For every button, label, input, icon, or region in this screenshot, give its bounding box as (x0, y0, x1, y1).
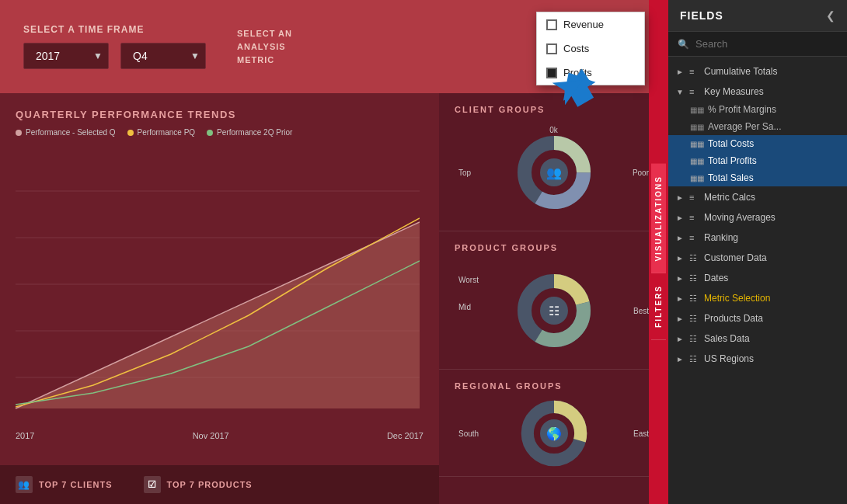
total-profits-label: Total Profits (708, 155, 757, 166)
key-measures-group-header[interactable]: ▼ ≡ Key Measures (668, 82, 847, 101)
top7-clients-item[interactable]: 👥 TOP 7 CLIENTS (16, 476, 113, 493)
ranking-label: Ranking (704, 232, 839, 243)
fields-close-button[interactable]: ❮ (826, 9, 835, 22)
key-measures-expand-icon: ▼ (676, 88, 685, 96)
field-group-dates: ► ☷ Dates (668, 269, 847, 287)
year-dropdown-wrapper: 2017 ▼ (23, 43, 109, 69)
costs-checkbox[interactable] (546, 43, 557, 54)
total-sales-icon: ▦▦ (690, 174, 704, 182)
groups-section: CLIENT GROUPS 0k Poor Top 👥 PRODUCT GROU… (439, 93, 668, 504)
metric-label-3: METRIC (237, 55, 292, 64)
field-group-sales: ► ☷ Sales Data (668, 329, 847, 348)
field-item-avg-per-sale[interactable]: ▦▦ Average Per Sa... (668, 118, 847, 135)
client-donut: 0k Poor Top 👥 (455, 122, 653, 223)
x-label-dec: Dec 2017 (387, 431, 424, 440)
cumulative-group-header[interactable]: ► ≡ Cumulative Totals (668, 62, 847, 81)
key-measures-label: Key Measures (704, 86, 839, 97)
ranking-expand-icon: ► (676, 234, 685, 242)
moving-avg-label: Moving Averages (704, 212, 839, 223)
chart-bottom-labels: 2017 Nov 2017 Dec 2017 (16, 431, 424, 440)
field-item-total-sales[interactable]: ▦▦ Total Sales (668, 169, 847, 186)
quarter-dropdown-wrapper: Q4 ▼ (120, 43, 206, 69)
products-table-icon: ☷ (689, 314, 700, 324)
legend-item-selected: Performance - Selected Q (16, 128, 116, 137)
ranking-group-header[interactable]: ► ≡ Ranking (668, 228, 847, 247)
client-label-top: 0k (549, 126, 558, 134)
fields-search-bar: 🔍 (668, 32, 847, 57)
metric-section: SELECT AN ANALYSIS METRIC (237, 29, 292, 64)
field-group-moving-avg: ► ≡ Moving Averages (668, 208, 847, 227)
products-group-header[interactable]: ► ☷ Products Data (668, 309, 847, 328)
total-costs-icon: ▦▦ (690, 140, 704, 148)
metric-calcs-label: Metric Calcs (704, 192, 839, 203)
cumulative-table-icon: ≡ (689, 67, 700, 76)
field-group-metric-calcs: ► ≡ Metric Calcs (668, 188, 847, 207)
total-sales-label: Total Sales (708, 172, 754, 183)
dates-group-header[interactable]: ► ☷ Dates (668, 269, 847, 287)
regional-groups-block: REGIONAL GROUPS South East 🌎 (439, 370, 668, 477)
chart-section: QUARTERLY PERFORMANCE TRENDS Performance… (0, 93, 439, 504)
legend-dot-pq (127, 130, 134, 136)
field-group-cumulative: ► ≡ Cumulative Totals (668, 62, 847, 81)
product-label-worst: Worst (458, 276, 479, 284)
time-frame-label: SELECT A TIME FRAME (23, 24, 206, 35)
client-center-icon: 👥 (540, 158, 568, 186)
product-donut: Worst Mid Best ☷ (455, 260, 653, 361)
products-expand-icon: ► (676, 315, 685, 323)
x-label-2017: 2017 (16, 431, 34, 440)
us-regions-table-icon: ☷ (689, 354, 700, 364)
product-groups-block: PRODUCT GROUPS Worst Mid Best ☷ (439, 231, 668, 370)
legend-dot-2q (207, 130, 213, 136)
legend-item-pq: Performance PQ (127, 128, 195, 137)
filters-tab[interactable]: FILTERS (651, 273, 666, 340)
field-group-products: ► ☷ Products Data (668, 309, 847, 328)
metric-costs-item[interactable]: Costs (537, 36, 644, 61)
metric-revenue-item[interactable]: Revenue (537, 12, 644, 36)
search-input[interactable] (695, 38, 838, 50)
sales-group-header[interactable]: ► ☷ Sales Data (668, 329, 847, 348)
chart-svg-wrapper: 2017 Nov 2017 Dec 2017 (16, 144, 424, 440)
chart-title: QUARTERLY PERFORMANCE TRENDS (16, 109, 424, 120)
metric-selection-expand-icon: ► (676, 294, 685, 303)
year-dropdown[interactable]: 2017 (23, 43, 109, 69)
us-regions-expand-icon: ► (676, 355, 685, 363)
avg-per-sale-icon: ▦▦ (690, 123, 704, 131)
regional-center-icon: 🌎 (540, 419, 568, 447)
field-item-profit-margins[interactable]: ▦▦ % Profit Margins (668, 101, 847, 118)
fields-header: FIELDS ❮ (668, 0, 847, 32)
us-regions-group-header[interactable]: ► ☷ US Regions (668, 349, 847, 368)
revenue-checkbox[interactable] (546, 19, 557, 30)
revenue-label: Revenue (563, 19, 604, 30)
metric-calcs-expand-icon: ► (676, 193, 685, 202)
products-icon: ☑ (144, 476, 161, 493)
top7-products-item[interactable]: ☑ TOP 7 PRODUCTS (144, 476, 253, 493)
regional-donut: South East 🌎 (455, 398, 653, 468)
client-label-left: Top (458, 169, 471, 177)
visualizations-tab[interactable]: VISUALIZATIONS (651, 164, 666, 274)
sales-expand-icon: ► (676, 335, 685, 343)
metric-selection-group-header[interactable]: ► ☷ Metric Selection (668, 289, 847, 308)
product-center-icon: ☷ (540, 297, 568, 325)
metric-selection-label: Metric Selection (704, 293, 839, 304)
dates-expand-icon: ► (676, 274, 685, 283)
product-label-best: Best (633, 307, 649, 315)
content-area: QUARTERLY PERFORMANCE TRENDS Performance… (0, 93, 668, 504)
us-regions-label: US Regions (704, 353, 839, 364)
profit-margins-label: % Profit Margins (708, 104, 776, 115)
fields-panel: FIELDS ❮ 🔍 ► ≡ Cumulative Totals ▼ ≡ Key… (668, 0, 847, 504)
moving-avg-group-header[interactable]: ► ≡ Moving Averages (668, 208, 847, 227)
regional-label-east: East (633, 429, 649, 438)
metric-calcs-group-header[interactable]: ► ≡ Metric Calcs (668, 188, 847, 207)
field-item-total-profits[interactable]: ▦▦ Total Profits (668, 152, 847, 169)
legend-label-pq: Performance PQ (138, 128, 195, 137)
customer-group-header[interactable]: ► ☷ Customer Data (668, 249, 847, 267)
legend-dot-selected (16, 130, 22, 136)
dates-label: Dates (704, 273, 839, 283)
legend-item-2q: Performance 2Q Prior (207, 128, 292, 137)
quarter-dropdown[interactable]: Q4 (120, 43, 206, 69)
field-item-total-costs[interactable]: ▦▦ Total Costs (668, 135, 847, 152)
product-label-mid: Mid (458, 303, 471, 311)
profit-margins-icon: ▦▦ (690, 106, 704, 114)
product-groups-title: PRODUCT GROUPS (455, 243, 653, 252)
side-tabs: VISUALIZATIONS FILTERS (649, 0, 668, 504)
